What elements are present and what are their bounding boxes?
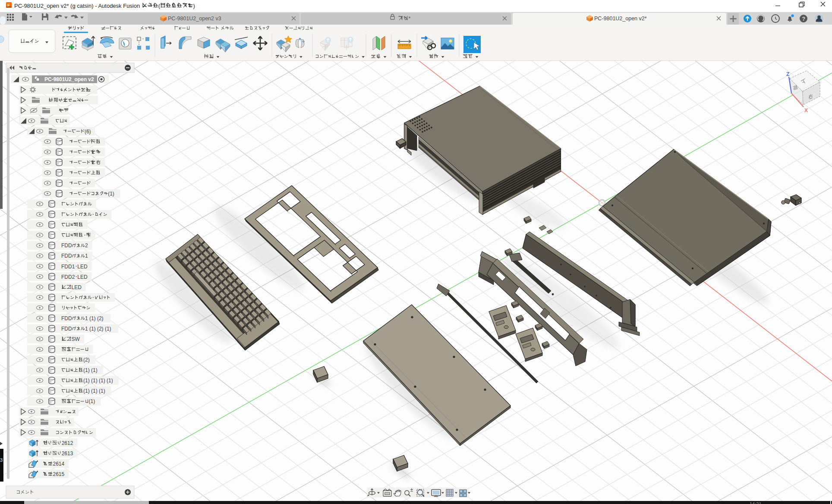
svg-text:FDD2: FDD2: [61, 274, 75, 280]
svg-text:FDD: FDD: [61, 315, 72, 321]
svg-text:FDD: FDD: [61, 243, 72, 249]
svg-text:PC-9801U2_open2 v3: PC-9801U2_open2 v3: [168, 16, 221, 22]
svg-text:(1) (1) (1) (1): (1) (1) (1) (1): [83, 378, 113, 384]
svg-text:(1): (1): [89, 398, 95, 404]
svg-text:FDD: FDD: [61, 326, 72, 332]
svg-text:FDD1: FDD1: [61, 264, 75, 270]
svg-text:F: F: [7, 3, 10, 7]
svg-text:PC-9801U2_open v2*: PC-9801U2_open v2*: [594, 16, 647, 22]
svg-text:Z: Z: [786, 71, 789, 77]
svg-text:2613: 2613: [62, 450, 73, 457]
svg-text:2615: 2615: [53, 471, 65, 477]
svg-text:1 (1) (2) (1): 1 (1) (2) (1): [85, 326, 111, 332]
svg-text:LED: LED: [77, 274, 88, 280]
svg-text:(: (: [158, 3, 161, 9]
svg-text:SW: SW: [72, 336, 80, 342]
svg-text:3: 3: [0, 457, 3, 463]
svg-text:(1) (1) (1): (1) (1) (1): [83, 388, 105, 394]
svg-text:X: X: [804, 107, 808, 113]
svg-text:2614: 2614: [53, 461, 65, 467]
svg-text:(1): (1): [108, 191, 114, 197]
svg-text:(2): (2): [83, 357, 90, 363]
svg-text:?: ?: [802, 16, 806, 22]
svg-text:14:21: 14:21: [750, 501, 762, 504]
svg-text:2612: 2612: [62, 440, 73, 446]
svg-text:(1) (1): (1) (1): [83, 367, 98, 373]
svg-text:*: *: [409, 16, 411, 22]
svg-text:PC-9801U2_open v2* (g catsin): PC-9801U2_open v2* (g catsin) - Autodesk…: [14, 3, 140, 9]
svg-text:1: 1: [85, 253, 88, 259]
svg-text:PC-9801U2_open v2: PC-9801U2_open v2: [44, 76, 94, 82]
svg-text:1 (1) (2): 1 (1) (2): [85, 315, 104, 321]
svg-text:LED: LED: [72, 284, 82, 290]
svg-text:2: 2: [85, 243, 88, 249]
svg-text:FDD: FDD: [61, 253, 72, 259]
svg-text:): ): [193, 3, 195, 9]
svg-text:(6): (6): [85, 129, 91, 135]
svg-text:LED: LED: [77, 264, 88, 270]
